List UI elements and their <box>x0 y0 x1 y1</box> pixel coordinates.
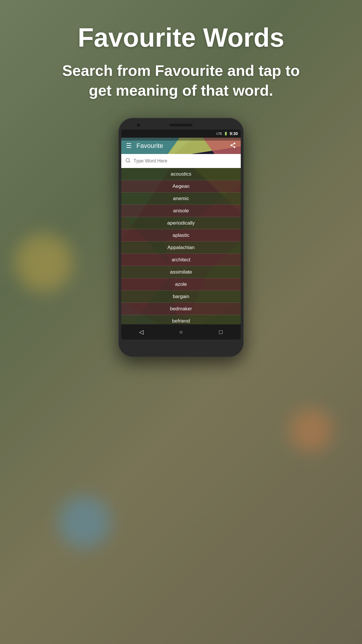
search-input[interactable] <box>133 158 237 164</box>
subtitle-text: Search from Favourite and tap to get mea… <box>50 61 312 100</box>
navigation-bar: ◁ ○ □ <box>121 324 241 340</box>
word-list-item[interactable]: befriend <box>121 315 241 324</box>
word-list-item[interactable]: aplastic <box>121 229 241 242</box>
camera <box>136 123 141 128</box>
app-toolbar: ☰ Favourite <box>121 138 241 154</box>
phone-mockup: LTE 🔋 9:30 ☰ Favourite <box>118 118 244 357</box>
back-button[interactable]: ◁ <box>135 326 147 338</box>
word-list: acousticsAegeananemicanisoleaperiodicall… <box>121 168 241 324</box>
toolbar-wrapper: ☰ Favourite <box>121 138 241 154</box>
word-list-item[interactable]: Aegean <box>121 180 241 192</box>
svg-point-4 <box>234 143 236 144</box>
word-list-item[interactable]: aperiodically <box>121 217 241 229</box>
share-icon[interactable] <box>230 142 236 150</box>
svg-line-8 <box>232 144 234 145</box>
word-list-item[interactable]: Appalachian <box>121 242 241 254</box>
home-button[interactable]: ○ <box>175 326 187 338</box>
menu-icon[interactable]: ☰ <box>126 142 132 150</box>
word-list-item[interactable]: anisole <box>121 205 241 217</box>
word-list-item[interactable]: bargain <box>121 290 241 303</box>
word-list-container: acousticsAegeananemicanisoleaperiodicall… <box>121 168 241 324</box>
status-bar: LTE 🔋 9:30 <box>121 130 241 138</box>
svg-point-6 <box>234 146 236 148</box>
recent-apps-button[interactable]: □ <box>215 326 227 338</box>
phone-screen: LTE 🔋 9:30 ☰ Favourite <box>121 130 241 340</box>
search-icon <box>125 158 131 164</box>
status-time: 9:30 <box>230 131 238 136</box>
battery-icon: 🔋 <box>224 132 228 136</box>
word-list-item[interactable]: azole <box>121 278 241 290</box>
svg-line-7 <box>232 146 234 147</box>
svg-point-9 <box>126 158 129 162</box>
page-title: Favourite Words <box>78 23 284 52</box>
svg-line-10 <box>129 161 130 162</box>
word-list-item[interactable]: anemic <box>121 192 241 205</box>
word-list-item[interactable]: bedmaker <box>121 303 241 315</box>
word-list-item[interactable]: architect <box>121 254 241 266</box>
search-bar[interactable] <box>121 154 241 168</box>
phone-top-bar <box>121 121 241 130</box>
toolbar-title: Favourite <box>136 142 230 150</box>
word-list-item[interactable]: acoustics <box>121 168 241 180</box>
svg-point-5 <box>231 144 232 146</box>
signal-indicator: LTE <box>217 132 222 135</box>
word-list-item[interactable]: assimilate <box>121 266 241 278</box>
phone-bottom <box>121 340 241 345</box>
speaker <box>169 124 193 127</box>
